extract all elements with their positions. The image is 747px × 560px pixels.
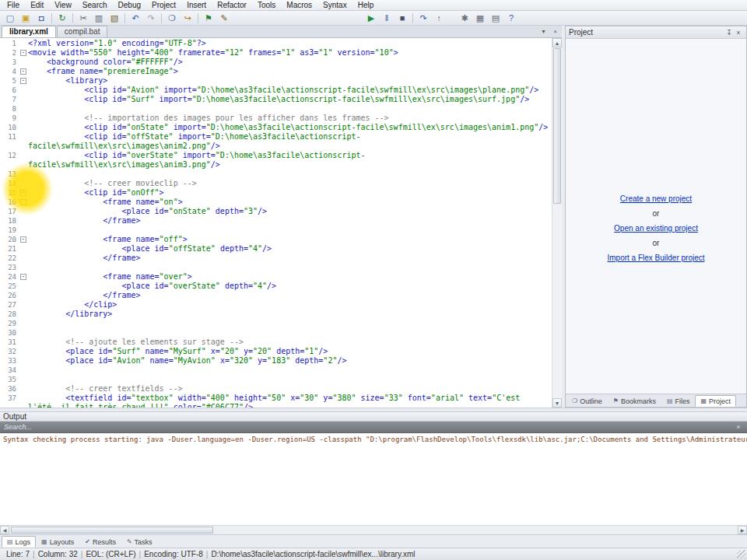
copy-icon[interactable]: ▥	[92, 12, 106, 24]
code-text[interactable]: <clip id="offState" import="D:\home\as3f…	[28, 132, 552, 151]
resize-grip[interactable]	[737, 550, 746, 559]
code-text[interactable]: <place id="onState" depth="3"/>	[28, 207, 552, 216]
code-text[interactable]: <!-- importation des images pour les aff…	[28, 114, 552, 123]
code-text[interactable]: <place id="Avion" name="MyAvion" x="320"…	[28, 356, 552, 366]
fold-toggle-icon[interactable]: -	[20, 50, 26, 56]
goto-icon[interactable]: ↪	[181, 12, 195, 24]
stop-icon[interactable]: ■	[395, 12, 409, 24]
step-out-icon[interactable]: ↑	[432, 12, 446, 24]
code-text[interactable]: <clip id="onOff">	[28, 188, 552, 198]
open-folder-icon[interactable]: ▣	[19, 12, 33, 24]
bookmark-icon[interactable]: ⚑	[202, 12, 216, 24]
code-text[interactable]	[28, 366, 552, 375]
code-text[interactable]: <!-- ajoute les elements sur stage -->	[28, 338, 552, 347]
settings-icon[interactable]: ▦	[473, 12, 487, 24]
close-document-icon[interactable]: ×	[550, 26, 560, 36]
menu-item-macros[interactable]: Macros	[281, 0, 317, 10]
code-text[interactable]: <clip id="overState" import="D:\home\as3…	[28, 151, 552, 170]
pause-icon[interactable]: ‖	[380, 12, 394, 24]
code-text[interactable]: </frame>	[28, 254, 552, 263]
code-text[interactable]: <clip id="Avion" import="D:\home\as3faci…	[28, 86, 552, 95]
menu-item-edit[interactable]: Edit	[25, 0, 49, 10]
code-text[interactable]: <frame name="premiereImage">	[28, 67, 552, 76]
scroll-up-arrow-icon[interactable]: ▲	[552, 38, 562, 47]
code-text[interactable]: <place id="overState" depth="4"/>	[28, 282, 552, 291]
code-text[interactable]	[28, 170, 552, 179]
code-text[interactable]: <frame name="off">	[28, 235, 552, 244]
menu-item-debug[interactable]: Debug	[113, 0, 146, 10]
menu-item-tools[interactable]: Tools	[252, 0, 281, 10]
code-text[interactable]	[28, 319, 552, 328]
bottom-tab-layouts[interactable]: ▦Layouts	[36, 536, 79, 548]
fold-toggle-icon[interactable]: -	[20, 68, 26, 75]
fold-toggle-icon[interactable]: -	[20, 190, 26, 196]
close-panel-icon[interactable]: ×	[734, 29, 743, 37]
menu-item-refactor[interactable]: Refactor	[212, 0, 252, 10]
scroll-right-arrow-icon[interactable]: ▶	[738, 526, 747, 534]
output-horizontal-scrollbar[interactable]: ◀ ▶	[0, 525, 747, 534]
code-text[interactable]: <background color="#FFFFFF"/>	[28, 58, 552, 67]
dock-tab-bookmarks[interactable]: ⚑Bookmarks	[608, 395, 661, 407]
code-text[interactable]: </frame>	[28, 291, 552, 300]
code-text[interactable]: <clip id="onState" import="D:\home\as3fa…	[28, 123, 552, 132]
search-input[interactable]: Search...	[4, 423, 734, 431]
fold-toggle-icon[interactable]: -	[20, 236, 26, 243]
fold-toggle-icon[interactable]: -	[20, 274, 26, 280]
code-editor[interactable]: 1<?xml version="1.0" encoding="UTF-8"?>2…	[0, 38, 562, 408]
tab-library-xml[interactable]: library.xml	[2, 26, 56, 37]
scrollbar-thumb[interactable]	[11, 527, 213, 534]
find-icon[interactable]: ❍	[165, 12, 179, 24]
menu-item-insert[interactable]: Insert	[181, 0, 212, 10]
code-text[interactable]: <place id="offState" depth="4"/>	[28, 244, 552, 254]
scroll-down-arrow-icon[interactable]: ▼	[552, 398, 562, 408]
dock-tab-files[interactable]: ▤Files	[661, 395, 696, 407]
code-text[interactable]: </clip>	[28, 300, 552, 310]
menu-item-file[interactable]: File	[2, 0, 25, 10]
fold-toggle-icon[interactable]: -	[20, 199, 26, 205]
menu-item-project[interactable]: Project	[146, 0, 181, 10]
dock-tab-project[interactable]: ▦Project	[695, 395, 736, 407]
pin-panel-icon[interactable]: ↧	[724, 29, 734, 37]
code-text[interactable]	[28, 328, 552, 338]
fold-toggle-icon[interactable]: -	[20, 78, 26, 84]
scroll-left-arrow-icon[interactable]: ◀	[0, 526, 9, 534]
menu-item-view[interactable]: View	[49, 0, 77, 10]
save-icon[interactable]: ◘	[34, 12, 48, 24]
new-file-icon[interactable]: ▢	[3, 12, 17, 24]
menu-item-syntax[interactable]: Syntax	[317, 0, 352, 10]
code-text[interactable]: <clip id="Surf" import="D:\home\as3facil…	[28, 95, 552, 104]
code-text[interactable]: <!-- creer movieclip -->	[28, 179, 552, 188]
bottom-tab-tasks[interactable]: ✎Tasks	[121, 536, 158, 548]
undo-icon[interactable]: ↶	[128, 12, 142, 24]
output-search-bar[interactable]: Search... ×	[0, 422, 747, 433]
menu-item-search[interactable]: Search	[77, 0, 113, 10]
run-icon[interactable]: ▶	[364, 12, 378, 24]
tab-list-dropdown-icon[interactable]: ▾	[538, 26, 549, 36]
code-text[interactable]: <frame name="on">	[28, 198, 552, 207]
project-link-open-an-existing-project[interactable]: Open an existing project	[614, 224, 698, 233]
menu-item-help[interactable]: Help	[352, 0, 380, 10]
code-text[interactable]: <frame name="over">	[28, 272, 552, 282]
cut-icon[interactable]: ✂	[76, 12, 90, 24]
code-text[interactable]	[28, 104, 552, 114]
bottom-tab-logs[interactable]: ▤Logs	[2, 536, 36, 548]
code-text[interactable]	[28, 263, 552, 272]
code-text[interactable]: <library>	[28, 76, 552, 86]
dock-tab-outline[interactable]: ❍Outline	[566, 395, 608, 407]
reload-icon[interactable]: ↻	[55, 12, 69, 24]
code-text[interactable]	[28, 226, 552, 235]
scrollbar-thumb[interactable]	[553, 48, 561, 204]
paste-icon[interactable]: ▧	[107, 12, 121, 24]
plugins-icon[interactable]: ▤	[489, 12, 503, 24]
code-text[interactable]: </frame>	[28, 216, 552, 226]
bottom-tab-results[interactable]: ✔Results	[79, 536, 121, 548]
project-link-create-a-new-project[interactable]: Create a new project	[620, 194, 692, 203]
project-link-import-a-flex-builder-project[interactable]: Import a Flex Builder project	[607, 254, 704, 262]
edit-snippet-icon[interactable]: ✎	[217, 12, 231, 24]
redo-icon[interactable]: ↷	[144, 12, 158, 24]
editor-vertical-scrollbar[interactable]: ▲ ▼	[552, 38, 562, 408]
code-text[interactable]: <!-- creer textfields -->	[28, 384, 552, 394]
tab-compil-bat[interactable]: compil.bat	[57, 26, 108, 37]
code-text[interactable]	[28, 375, 552, 384]
code-text[interactable]: </library>	[28, 310, 552, 319]
